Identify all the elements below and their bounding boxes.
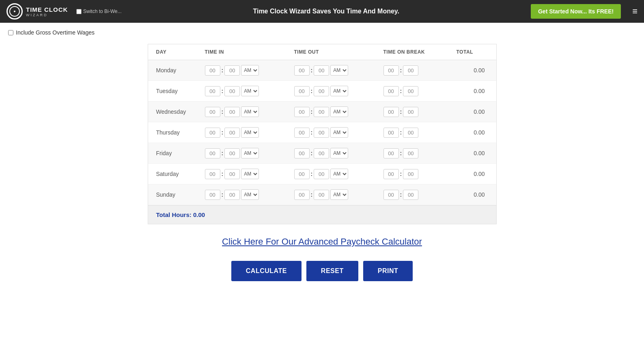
time-in-hour[interactable] xyxy=(205,190,220,200)
time-in-group: : AM PM xyxy=(205,65,294,76)
table-row: Thursday : AM PM : AM PM xyxy=(148,122,496,143)
time-in-hour[interactable] xyxy=(205,128,220,138)
time-out-ampm[interactable]: AM PM xyxy=(330,189,348,200)
time-in-minute[interactable] xyxy=(224,107,240,117)
switch-biweekly-checkbox[interactable] xyxy=(76,9,82,14)
time-in-ampm[interactable]: AM PM xyxy=(241,148,259,158)
action-buttons: CALCULATE RESET PRINT xyxy=(8,251,636,293)
time-out-ampm[interactable]: AM PM xyxy=(330,148,348,158)
advanced-paycheck-link[interactable]: Click Here For Our Advanced Paycheck Cal… xyxy=(222,236,422,247)
time-in-ampm[interactable]: AM PM xyxy=(241,169,259,179)
break-hour[interactable] xyxy=(383,190,399,200)
gross-overtime-checkbox[interactable] xyxy=(8,30,13,35)
total-cell: 0.00 xyxy=(457,129,489,136)
time-out-group: : AM PM xyxy=(294,169,383,179)
time-out-minute[interactable] xyxy=(314,148,329,158)
logo-text: TIME CLOCK WIZARD xyxy=(26,6,68,17)
time-in-hour[interactable] xyxy=(205,148,220,158)
time-in-minute[interactable] xyxy=(224,190,240,200)
table-row: Wednesday : AM PM : AM PM xyxy=(148,102,496,122)
time-in-ampm[interactable]: AM PM xyxy=(241,86,259,96)
col-header-time-in: TIME IN xyxy=(205,49,294,55)
time-in-ampm[interactable]: AM PM xyxy=(241,189,259,200)
break-hour[interactable] xyxy=(383,86,399,96)
break-hour[interactable] xyxy=(383,107,399,117)
time-in-ampm[interactable]: AM PM xyxy=(241,127,259,138)
hamburger-menu-button[interactable]: ≡ xyxy=(632,6,638,17)
switch-biweekly-label[interactable]: Switch to Bi-We... xyxy=(76,9,121,14)
time-in-minute[interactable] xyxy=(224,86,240,96)
total-cell: 0.00 xyxy=(457,88,489,94)
break-minute[interactable] xyxy=(403,128,418,138)
time-out-minute[interactable] xyxy=(314,86,329,96)
break-group: : xyxy=(383,190,457,200)
time-in-ampm[interactable]: AM PM xyxy=(241,106,259,117)
time-out-group: : AM PM xyxy=(294,189,383,200)
time-out-minute[interactable] xyxy=(314,190,329,200)
calculate-button[interactable]: CALCULATE xyxy=(231,261,302,281)
time-out-minute[interactable] xyxy=(314,107,329,117)
table-row: Sunday : AM PM : AM PM xyxy=(148,184,496,205)
total-hours-text: Total Hours: 0.00 xyxy=(156,211,205,218)
break-hour[interactable] xyxy=(383,148,399,158)
break-group: : xyxy=(383,86,457,96)
time-out-minute[interactable] xyxy=(314,169,329,179)
total-cell: 0.00 xyxy=(457,171,489,177)
break-minute[interactable] xyxy=(403,65,418,76)
table-header: DAY TIME IN TIME OUT TIME ON BREAK TOTAL xyxy=(148,44,496,60)
time-in-group: : AM PM xyxy=(205,106,294,117)
time-out-hour[interactable] xyxy=(294,86,310,96)
time-out-hour[interactable] xyxy=(294,190,310,200)
gross-overtime-label[interactable]: Include Gross Overtime Wages xyxy=(8,29,636,36)
time-in-minute[interactable] xyxy=(224,169,240,179)
col-header-total: TOTAL xyxy=(457,49,489,55)
time-in-minute[interactable] xyxy=(224,65,240,76)
table-row: Friday : AM PM : AM PM xyxy=(148,143,496,164)
print-button[interactable]: PRINT xyxy=(363,261,413,281)
break-minute[interactable] xyxy=(403,169,418,179)
time-out-group: : AM PM xyxy=(294,86,383,96)
time-in-group: : AM PM xyxy=(205,86,294,96)
time-table: DAY TIME IN TIME OUT TIME ON BREAK TOTAL… xyxy=(148,44,497,224)
time-in-hour[interactable] xyxy=(205,65,220,76)
time-out-ampm[interactable]: AM PM xyxy=(330,65,348,76)
time-in-hour[interactable] xyxy=(205,169,220,179)
break-hour[interactable] xyxy=(383,65,399,76)
break-hour[interactable] xyxy=(383,128,399,138)
total-cell: 0.00 xyxy=(457,108,489,115)
day-label: Thursday xyxy=(156,129,205,136)
break-hour[interactable] xyxy=(383,169,399,179)
time-out-ampm[interactable]: AM PM xyxy=(330,86,348,96)
break-group: : xyxy=(383,107,457,117)
time-out-hour[interactable] xyxy=(294,65,310,76)
break-group: : xyxy=(383,65,457,76)
time-out-ampm[interactable]: AM PM xyxy=(330,106,348,117)
time-out-minute[interactable] xyxy=(314,128,329,138)
time-in-ampm[interactable]: AM PM xyxy=(241,65,259,76)
time-out-group: : AM PM xyxy=(294,127,383,138)
day-label: Saturday xyxy=(156,171,205,177)
reset-button[interactable]: RESET xyxy=(306,261,358,281)
break-group: : xyxy=(383,169,457,179)
time-in-minute[interactable] xyxy=(224,148,240,158)
cta-button[interactable]: Get Started Now... Its FREE! xyxy=(531,4,621,19)
break-minute[interactable] xyxy=(403,86,418,96)
time-in-hour[interactable] xyxy=(205,86,220,96)
time-in-hour[interactable] xyxy=(205,107,220,117)
time-in-minute[interactable] xyxy=(224,128,240,138)
time-out-hour[interactable] xyxy=(294,107,310,117)
time-out-hour[interactable] xyxy=(294,128,310,138)
table-row: Saturday : AM PM : AM PM xyxy=(148,164,496,184)
break-minute[interactable] xyxy=(403,107,418,117)
time-out-ampm[interactable]: AM PM xyxy=(330,127,348,138)
time-out-minute[interactable] xyxy=(314,65,329,76)
break-minute[interactable] xyxy=(403,148,418,158)
time-out-hour[interactable] xyxy=(294,148,310,158)
time-out-ampm[interactable]: AM PM xyxy=(330,169,348,179)
time-out-hour[interactable] xyxy=(294,169,310,179)
logo-icon xyxy=(6,3,23,20)
time-out-group: : AM PM xyxy=(294,106,383,117)
break-minute[interactable] xyxy=(403,190,418,200)
header: TIME CLOCK WIZARD Switch to Bi-We... Tim… xyxy=(0,0,644,23)
col-header-day: DAY xyxy=(156,49,205,55)
